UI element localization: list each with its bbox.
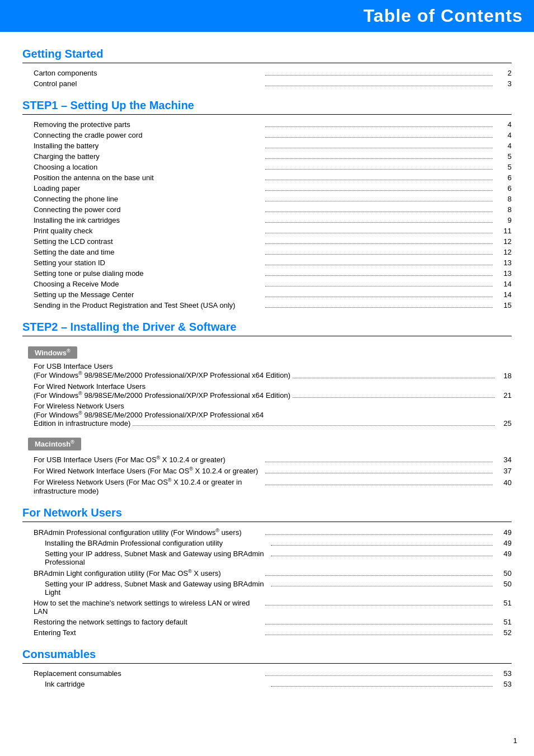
toc-row-cradle: Connecting the cradle power cord 4	[34, 130, 512, 140]
section-consumables: Consumables Replacement consumables 53 I…	[22, 648, 512, 689]
toc-row-setting-ip-bradmin: Setting your IP address, Subnet Mask and…	[34, 548, 512, 567]
toc-row-bradmin-light: BRAdmin Light configuration utility (For…	[34, 567, 512, 579]
toc-row-ink: Installing the ink cartridges 9	[34, 215, 512, 226]
toc-row-setting-ip-light: Setting your IP address, Subnet Mask and…	[34, 579, 512, 598]
toc-row-installing-bradmin: Installing the BRAdmin Professional conf…	[34, 538, 512, 548]
step2-title: STEP2 – Installing the Driver & Software	[22, 321, 512, 334]
toc-page-control-panel: 3	[495, 79, 512, 88]
toc-row-receive: Choosing a Receive Mode 14	[34, 279, 512, 289]
toc-row-print-quality: Print quality check 11	[34, 226, 512, 236]
windows-box: Windows®	[28, 346, 77, 359]
getting-started-divider	[22, 63, 512, 63]
toc-label-usb-sub: (For Windows® 98/98SE/Me/2000 Profession…	[34, 370, 291, 379]
toc-label-wired: For Wired Network Interface Users	[34, 382, 146, 391]
toc-row-restoring: Restoring the network settings to factor…	[34, 617, 512, 627]
toc-page-carton: 2	[495, 69, 512, 77]
toc-row-mac-usb: For USB Interface Users (For Mac OS® X 1…	[34, 454, 512, 465]
toc-row-message: Setting up the Message Center 14	[34, 289, 512, 300]
macintosh-subsection: Macintosh® For USB Interface Users (For …	[28, 432, 512, 496]
toc-row-control-panel: Control panel 3	[34, 78, 512, 89]
toc-label-removing: Removing the protective parts	[34, 120, 263, 129]
toc-row-mac-wireless: For Wireless Network Users (For Mac OS® …	[34, 476, 512, 496]
macintosh-entries: For USB Interface Users (For Mac OS® X 1…	[28, 454, 512, 496]
toc-row-mac-wired: For Wired Network Interface Users (For M…	[34, 465, 512, 476]
section-step2: STEP2 – Installing the Driver & Software…	[22, 321, 512, 496]
toc-row-wireless-windows: For Wireless Network Users (For Windows®…	[34, 402, 512, 428]
toc-row-charging: Charging the battery 5	[34, 151, 512, 162]
page-number: 1	[513, 736, 517, 745]
step1-entries: Removing the protective parts 4 Connecti…	[22, 119, 512, 311]
toc-label-wireless-sub2: Edition in infrastructure mode)	[34, 419, 130, 428]
toc-row-usb-windows: For USB Interface Users (For Windows® 98…	[34, 362, 512, 379]
toc-row-battery: Installing the battery 4	[34, 140, 512, 151]
getting-started-entries: Carton components 2 Control panel 3	[22, 68, 512, 89]
windows-subsection: Windows® For USB Interface Users (For Wi…	[28, 341, 512, 428]
consumables-entries: Replacement consumables 53 Ink cartridge…	[22, 668, 512, 689]
toc-row-location: Choosing a location 5	[34, 162, 512, 172]
toc-row-ink-cartridge: Ink cartridge 53	[34, 679, 512, 689]
step1-title: STEP1 – Setting Up the Machine	[22, 99, 512, 112]
macintosh-box: Macintosh®	[28, 438, 81, 450]
toc-label-control-panel: Control panel	[34, 79, 263, 88]
toc-row-entering-text: Entering Text 52	[34, 627, 512, 638]
windows-entries: For USB Interface Users (For Windows® 98…	[28, 362, 512, 428]
toc-row-tone: Setting tone or pulse dialing mode 13	[34, 268, 512, 279]
page-title: Table of Contents	[0, 6, 523, 26]
content-area: Getting Started Carton components 2 Cont…	[0, 32, 534, 712]
toc-label-carton: Carton components	[34, 69, 263, 77]
consumables-title: Consumables	[22, 648, 512, 661]
section-for-network: For Network Users BRAdmin Professional c…	[22, 506, 512, 638]
toc-row-phone: Connecting the phone line 8	[34, 194, 512, 204]
toc-label-wired-sub: (For Windows® 98/98SE/Me/2000 Profession…	[34, 391, 291, 400]
toc-row-removing: Removing the protective parts 4	[34, 119, 512, 130]
step2-content: Windows® For USB Interface Users (For Wi…	[22, 341, 512, 496]
consumables-divider	[22, 663, 512, 664]
getting-started-title: Getting Started	[22, 48, 512, 60]
toc-row-paper: Loading paper 6	[34, 183, 512, 194]
step2-divider	[22, 336, 512, 336]
toc-row-replacement: Replacement consumables 53	[34, 668, 512, 679]
toc-row-carton: Carton components 2	[34, 68, 512, 78]
for-network-divider	[22, 522, 512, 522]
toc-row-registration: Sending in the Product Registration and …	[34, 300, 512, 311]
toc-row-wired-windows: For Wired Network Interface Users (For W…	[34, 382, 512, 400]
toc-label-usb: For USB Interface Users	[34, 362, 113, 370]
toc-row-date: Setting the date and time 12	[34, 247, 512, 257]
toc-row-station: Setting your station ID 13	[34, 257, 512, 268]
step1-divider	[22, 114, 512, 115]
toc-label-wireless-sub1: (For Windows® 98/98SE/Me/2000 Profession…	[34, 410, 264, 419]
toc-dots-carton	[265, 75, 493, 76]
section-step1: STEP1 – Setting Up the Machine Removing …	[22, 99, 512, 311]
toc-row-how-to-set: How to set the machine's network setting…	[34, 598, 512, 617]
for-network-title: For Network Users	[22, 506, 512, 519]
toc-row-power: Connecting the power cord 8	[34, 204, 512, 215]
toc-row-antenna: Position the antenna on the base unit 6	[34, 172, 512, 183]
section-getting-started: Getting Started Carton components 2 Cont…	[22, 48, 512, 89]
toc-row-bradmin-pro: BRAdmin Professional configuration utili…	[34, 527, 512, 538]
for-network-entries: BRAdmin Professional configuration utili…	[22, 527, 512, 638]
toc-dots-control-panel	[265, 86, 493, 86]
page-header: Table of Contents	[0, 0, 534, 32]
toc-label-wireless: For Wireless Network Users	[34, 402, 124, 410]
toc-row-lcd: Setting the LCD contrast 12	[34, 236, 512, 247]
